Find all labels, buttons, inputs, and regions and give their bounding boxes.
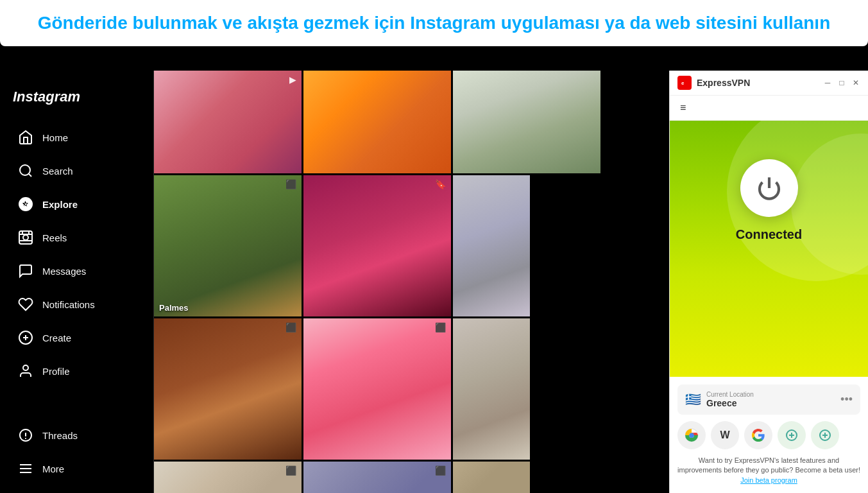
sidebar-item-search[interactable]: Search <box>5 155 148 186</box>
banner-text: Gönderide bulunmak ve akışta gezmek için… <box>13 12 855 35</box>
search-icon <box>18 163 33 178</box>
grid-cell-9[interactable]: ⬛ <box>154 462 302 493</box>
reels-icon-8: ⬛ <box>435 322 446 333</box>
grid-row-1: ▶ <box>154 71 668 173</box>
svg-text:e: e <box>681 80 685 86</box>
heart-icon <box>18 297 33 312</box>
svg-rect-7 <box>19 231 32 244</box>
sidebar-item-messages[interactable]: Messages <box>5 255 148 286</box>
compass-icon <box>18 196 33 212</box>
vpn-shortcut-google[interactable] <box>744 421 772 449</box>
vpn-status-text: Connected <box>736 227 802 242</box>
reels-icon <box>18 230 33 245</box>
sidebar: Instagram Home Search Explore <box>0 71 154 493</box>
sidebar-item-threads[interactable]: Threads <box>5 420 148 451</box>
sidebar-item-search-label: Search <box>42 166 73 177</box>
plus-circle-icon <box>18 330 33 345</box>
sidebar-item-reels-label: Reels <box>42 232 67 243</box>
profile-icon <box>18 363 33 379</box>
vpn-shortcut-add-1[interactable] <box>778 421 806 449</box>
explore-grid: ▶ ⬛ Palmes <box>154 71 668 493</box>
vpn-logo-icon: e <box>677 76 692 90</box>
vpn-titlebar-controls: ─ □ ✕ <box>823 78 860 87</box>
vpn-shortcuts-row: W <box>677 421 860 449</box>
grid-cell-4[interactable]: ⬛ Palmes <box>154 175 302 316</box>
vpn-location-info: Current Location Greece <box>706 391 754 408</box>
expressvpn-overlay: e ExpressVPN ─ □ ✕ ≡ <box>669 71 868 493</box>
main-layout: Instagram Home Search Explore <box>0 71 868 493</box>
greece-flag-icon: 🇬🇷 <box>685 392 701 407</box>
vpn-beta-link[interactable]: Join beta program <box>740 476 797 484</box>
sidebar-item-notifications[interactable]: Notifications <box>5 289 148 320</box>
vpn-body: Connected <box>670 121 868 377</box>
grid-cell-2[interactable] <box>303 71 451 173</box>
vpn-power-button[interactable] <box>740 159 798 217</box>
reels-icon-9: ⬛ <box>285 465 296 476</box>
sidebar-item-threads-label: Threads <box>42 430 78 441</box>
vpn-beta-description: Want to try ExpressVPN's latest features… <box>677 456 860 474</box>
messages-icon <box>18 263 33 279</box>
grid-cell-8[interactable]: ⬛ <box>303 318 451 460</box>
instagram-logo: Instagram <box>0 78 153 121</box>
vpn-minimize-button[interactable]: ─ <box>823 78 832 87</box>
vpn-beta-message: Want to try ExpressVPN's latest features… <box>677 456 860 485</box>
vpn-close-button[interactable]: ✕ <box>851 78 860 87</box>
top-banner: Gönderide bulunmak ve akışta gezmek için… <box>0 0 868 46</box>
grid-cell-3[interactable] <box>453 71 600 173</box>
grid-row-4: ⬛ ⬛ <box>154 462 668 493</box>
svg-point-0 <box>20 165 30 175</box>
vpn-location-name: Greece <box>706 398 754 408</box>
vpn-location-row[interactable]: 🇬🇷 Current Location Greece ••• <box>677 385 860 415</box>
reels-icon-7: ⬛ <box>285 322 296 333</box>
save-icon-5: 🔖 <box>435 179 446 189</box>
sidebar-item-create-label: Create <box>42 333 71 343</box>
grid-cell-6b[interactable] <box>453 318 530 460</box>
vpn-maximize-button[interactable]: □ <box>837 78 846 87</box>
grid-cell-10[interactable]: ⬛ <box>303 462 451 493</box>
sidebar-item-create[interactable]: Create <box>5 322 148 353</box>
vpn-shortcut-add-2[interactable] <box>811 421 839 449</box>
home-icon <box>18 130 33 145</box>
sidebar-item-explore-label: Explore <box>42 199 78 210</box>
sidebar-item-messages-label: Messages <box>42 266 86 277</box>
vpn-footer: 🇬🇷 Current Location Greece ••• <box>670 377 868 493</box>
grid-cell-1[interactable]: ▶ <box>154 71 302 173</box>
sidebar-item-profile[interactable]: Profile <box>5 356 148 386</box>
vpn-location-left: 🇬🇷 Current Location Greece <box>685 391 754 408</box>
grid-cell-5[interactable]: 🔖 <box>303 175 451 316</box>
reels-icon-4: ⬛ <box>285 179 296 189</box>
sidebar-item-home-label: Home <box>42 132 68 143</box>
menu-icon <box>18 461 33 476</box>
vpn-titlebar: e ExpressVPN ─ □ ✕ <box>670 71 868 96</box>
vpn-logo-text: ExpressVPN <box>697 78 750 88</box>
vpn-location-label: Current Location <box>706 391 754 398</box>
grid-cell-7[interactable]: ⬛ <box>154 318 302 460</box>
sidebar-item-profile-label: Profile <box>42 366 70 377</box>
threads-icon <box>18 428 33 443</box>
sidebar-item-home[interactable]: Home <box>5 122 148 153</box>
grid-cell-6[interactable] <box>453 175 530 316</box>
grid-row-2: ⬛ Palmes 🔖 <box>154 175 668 316</box>
vpn-shortcut-wikipedia[interactable]: W <box>711 421 739 449</box>
vpn-logo: e ExpressVPN <box>677 76 750 90</box>
sidebar-item-reels[interactable]: Reels <box>5 222 148 253</box>
content-area: ▶ ⬛ Palmes <box>154 71 868 493</box>
sidebar-item-explore[interactable]: Explore <box>5 189 148 220</box>
sidebar-item-more[interactable]: More <box>5 453 148 484</box>
sidebar-item-more-label: More <box>42 463 64 474</box>
svg-point-25 <box>690 433 694 437</box>
cell-4-title: Palmes <box>159 303 189 313</box>
svg-point-8 <box>23 235 28 240</box>
vpn-menu-button[interactable]: ≡ <box>677 99 860 116</box>
grid-cell-11[interactable] <box>453 462 530 493</box>
video-icon: ▶ <box>289 74 296 85</box>
svg-line-1 <box>29 174 31 177</box>
vpn-location-options-button[interactable]: ••• <box>840 393 853 406</box>
sidebar-item-notifications-label: Notifications <box>42 299 95 310</box>
vpn-shortcut-chrome[interactable] <box>677 421 706 449</box>
grid-row-3: ⬛ ⬛ <box>154 318 668 460</box>
reels-icon-10: ⬛ <box>435 465 446 476</box>
svg-point-16 <box>23 365 28 370</box>
